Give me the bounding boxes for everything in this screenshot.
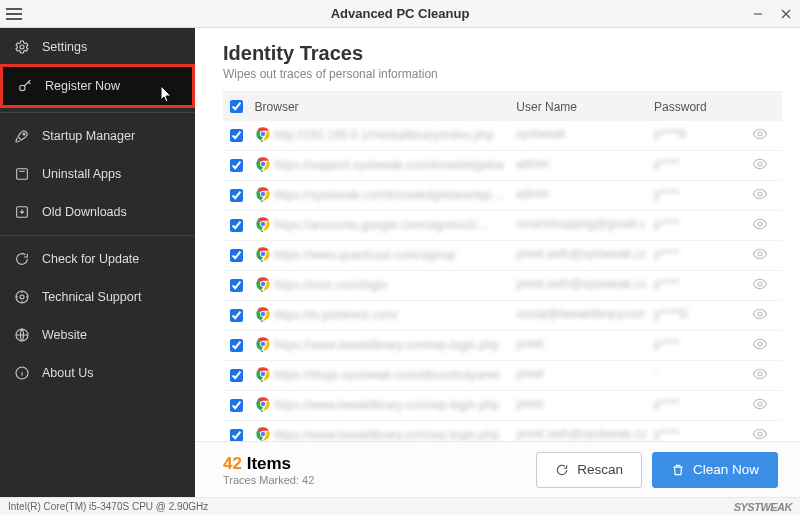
chrome-icon bbox=[255, 246, 271, 262]
app-title: Advanced PC Cleanup bbox=[331, 6, 470, 21]
password: p****D bbox=[654, 307, 688, 321]
clean-now-button[interactable]: Clean Now bbox=[652, 452, 778, 488]
item-count: 42 Items bbox=[223, 454, 536, 474]
username: preet.seth@systweak.com bbox=[516, 247, 646, 261]
table-row[interactable]: https://www.tweaklibrary.com/wp-login.ph… bbox=[223, 331, 782, 361]
row-checkbox[interactable] bbox=[230, 129, 243, 142]
footer-bar: 42 Items Traces Marked: 42 Rescan Clean … bbox=[195, 441, 800, 497]
sidebar-item-label: Settings bbox=[42, 40, 87, 54]
svg-point-21 bbox=[758, 312, 762, 316]
table-row[interactable]: https://www.quantcast.com/signuppreet.se… bbox=[223, 241, 782, 271]
row-checkbox[interactable] bbox=[230, 279, 243, 292]
password: p**** bbox=[654, 337, 679, 351]
close-button[interactable] bbox=[772, 0, 800, 28]
cursor-icon bbox=[160, 85, 174, 106]
sidebar-item-update[interactable]: Check for Update bbox=[0, 240, 195, 278]
reveal-button[interactable] bbox=[752, 401, 768, 415]
table-row[interactable]: https://www.tweaklibrary.com/wp-login.ph… bbox=[223, 391, 782, 421]
sidebar-item-uninstall[interactable]: Uninstall Apps bbox=[0, 155, 195, 193]
minimize-button[interactable] bbox=[744, 0, 772, 28]
row-checkbox[interactable] bbox=[230, 219, 243, 232]
chrome-icon bbox=[255, 426, 271, 441]
reveal-button[interactable] bbox=[752, 311, 768, 325]
status-bar: Intel(R) Core(TM) i5-3470S CPU @ 2.90GHz… bbox=[0, 497, 800, 515]
svg-point-20 bbox=[758, 282, 762, 286]
reveal-button[interactable] bbox=[752, 191, 768, 205]
sidebar-item-register[interactable]: Register Now bbox=[0, 64, 195, 108]
col-password: Password bbox=[654, 100, 752, 114]
sidebar-item-about[interactable]: About Us bbox=[0, 354, 195, 392]
table-row[interactable]: https://in.pinterest.com/social@tweaklib… bbox=[223, 301, 782, 331]
row-checkbox[interactable] bbox=[230, 429, 243, 441]
username: admin bbox=[516, 157, 549, 171]
sidebar-item-website[interactable]: Website bbox=[0, 316, 195, 354]
svg-point-17 bbox=[758, 192, 762, 196]
username: preet.seth@systweak.com bbox=[516, 277, 646, 291]
page-title: Identity Traces bbox=[223, 42, 772, 65]
site-url: https://systweak.com/knowledgebase/wp-..… bbox=[274, 188, 504, 202]
chrome-icon bbox=[255, 156, 271, 172]
username: social@tweaklibrary.com bbox=[516, 307, 646, 321]
reveal-button[interactable] bbox=[752, 371, 768, 385]
sidebar-item-startup[interactable]: Startup Manager bbox=[0, 117, 195, 155]
password: p**** bbox=[654, 187, 679, 201]
reveal-button[interactable] bbox=[752, 431, 768, 441]
username: preet.seth@systweak.com bbox=[516, 427, 646, 441]
table-row[interactable]: https://support.systweak.com/knowledgeba… bbox=[223, 151, 782, 181]
traces-table: Browser User Name Password http://192.16… bbox=[195, 91, 800, 441]
svg-point-15 bbox=[758, 132, 762, 136]
row-checkbox[interactable] bbox=[230, 339, 243, 352]
window-controls bbox=[744, 0, 800, 28]
sidebar-separator bbox=[0, 112, 195, 113]
menu-button[interactable] bbox=[0, 0, 28, 28]
select-all-checkbox[interactable] bbox=[230, 100, 243, 113]
cpu-info: Intel(R) Core(TM) i5-3470S CPU @ 2.90GHz bbox=[8, 501, 208, 512]
reveal-button[interactable] bbox=[752, 131, 768, 145]
sidebar: Settings Register Now Startup Manager Un… bbox=[0, 28, 195, 497]
site-url: https://in.pinterest.com/ bbox=[274, 308, 398, 322]
password: p**** bbox=[654, 157, 679, 171]
gear-icon bbox=[14, 39, 30, 55]
svg-point-25 bbox=[758, 432, 762, 436]
sidebar-item-downloads[interactable]: Old Downloads bbox=[0, 193, 195, 231]
title-bar: Advanced PC Cleanup bbox=[0, 0, 800, 28]
chrome-icon bbox=[255, 396, 271, 412]
main-header: Identity Traces Wipes out traces of pers… bbox=[195, 28, 800, 91]
row-checkbox[interactable] bbox=[230, 309, 243, 322]
svg-point-5 bbox=[23, 133, 25, 135]
row-checkbox[interactable] bbox=[230, 249, 243, 262]
reveal-button[interactable] bbox=[752, 161, 768, 175]
rescan-button[interactable]: Rescan bbox=[536, 452, 642, 488]
row-checkbox[interactable] bbox=[230, 399, 243, 412]
chrome-icon bbox=[255, 186, 271, 202]
table-row[interactable]: https://accounts.google.com/signin/v2/..… bbox=[223, 211, 782, 241]
reveal-button[interactable] bbox=[752, 221, 768, 235]
sidebar-item-support[interactable]: Technical Support bbox=[0, 278, 195, 316]
chrome-icon bbox=[255, 216, 271, 232]
site-url: https://blogs.systweak.com/dbcontrolpane… bbox=[274, 368, 499, 382]
svg-point-16 bbox=[758, 162, 762, 166]
row-checkbox[interactable] bbox=[230, 369, 243, 382]
chrome-icon bbox=[255, 336, 271, 352]
table-row[interactable]: https://blogs.systweak.com/dbcontrolpane… bbox=[223, 361, 782, 391]
sidebar-item-label: Uninstall Apps bbox=[42, 167, 121, 181]
svg-point-23 bbox=[758, 372, 762, 376]
sidebar-item-settings[interactable]: Settings bbox=[0, 28, 195, 66]
table-row[interactable]: http://192.168.0.1/mediallibrary/index.p… bbox=[223, 121, 782, 151]
table-row[interactable]: https://www.tweaklibrary.com/wp-login.ph… bbox=[223, 421, 782, 441]
password: p**** bbox=[654, 247, 679, 261]
svg-point-3 bbox=[20, 45, 24, 49]
download-icon bbox=[14, 204, 30, 220]
row-checkbox[interactable] bbox=[230, 159, 243, 172]
username: preet bbox=[516, 337, 543, 351]
key-icon bbox=[17, 78, 33, 94]
col-browser: Browser bbox=[251, 100, 517, 114]
reveal-button[interactable] bbox=[752, 341, 768, 355]
row-checkbox[interactable] bbox=[230, 189, 243, 202]
table-row[interactable]: https://moz.com/loginpreet.seth@systweak… bbox=[223, 271, 782, 301]
main-panel: Identity Traces Wipes out traces of pers… bbox=[195, 28, 800, 497]
reveal-button[interactable] bbox=[752, 281, 768, 295]
reveal-button[interactable] bbox=[752, 251, 768, 265]
table-row[interactable]: https://systweak.com/knowledgebase/wp-..… bbox=[223, 181, 782, 211]
username: preet bbox=[516, 367, 543, 381]
